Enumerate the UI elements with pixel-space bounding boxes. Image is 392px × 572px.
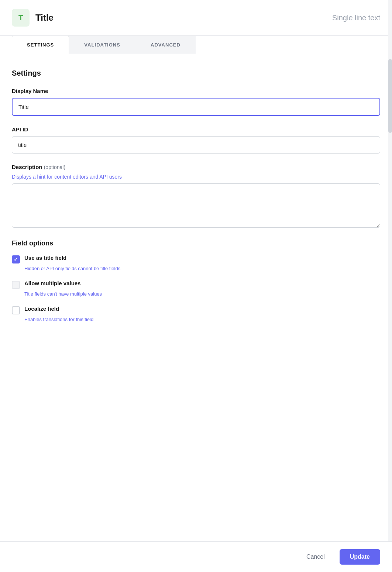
api-id-group: API ID bbox=[12, 126, 380, 154]
footer: Cancel Update bbox=[0, 541, 392, 572]
description-label: Description (optional) bbox=[12, 164, 380, 170]
checkbox-allow-multiple-label: Allow multiple values bbox=[24, 280, 81, 286]
field-type: Single line text bbox=[332, 14, 380, 22]
field-icon: T bbox=[12, 9, 30, 27]
checkbox-localize-group: Localize field Enables translations for … bbox=[12, 306, 380, 322]
description-group: Description (optional) Displays a hint f… bbox=[12, 164, 380, 229]
checkbox-allow-multiple-item: Allow multiple values bbox=[12, 280, 380, 289]
header: T Title Single line text bbox=[0, 0, 392, 36]
api-id-label: API ID bbox=[12, 126, 380, 132]
checkbox-use-as-title-item: Use as title field bbox=[12, 255, 380, 263]
settings-content: Settings Display Name API ID Description… bbox=[0, 54, 392, 346]
header-left: T Title bbox=[12, 9, 54, 27]
tab-advanced[interactable]: ADVANCED bbox=[135, 36, 196, 54]
checkbox-allow-multiple[interactable] bbox=[12, 281, 20, 289]
description-hint: Displays a hint for content editors and … bbox=[12, 174, 380, 180]
tab-validations[interactable]: VALIDATIONS bbox=[69, 36, 135, 54]
field-options-title: Field options bbox=[12, 240, 380, 247]
update-button[interactable]: Update bbox=[340, 549, 380, 565]
display-name-input[interactable] bbox=[12, 98, 380, 116]
checkbox-localize-item: Localize field bbox=[12, 306, 380, 314]
checkbox-localize[interactable] bbox=[12, 306, 20, 314]
checkbox-use-as-title-description: Hidden or API only fields cannot be titl… bbox=[24, 266, 380, 271]
description-textarea[interactable] bbox=[12, 183, 380, 228]
checkbox-use-as-title[interactable] bbox=[12, 255, 20, 263]
cancel-button[interactable]: Cancel bbox=[299, 550, 332, 564]
checkbox-use-as-title-label: Use as title field bbox=[24, 255, 66, 261]
checkbox-allow-multiple-description: Title fields can't have multiple values bbox=[24, 291, 380, 297]
scrollbar-thumb[interactable] bbox=[388, 59, 392, 133]
api-id-input[interactable] bbox=[12, 136, 380, 154]
tab-settings[interactable]: SETTINGS bbox=[12, 36, 69, 54]
checkbox-allow-multiple-group: Allow multiple values Title fields can't… bbox=[12, 280, 380, 297]
checkbox-localize-label: Localize field bbox=[24, 306, 59, 312]
scrollbar-track bbox=[388, 0, 392, 572]
tabs-bar: SETTINGS VALIDATIONS ADVANCED bbox=[0, 36, 392, 54]
description-optional: (optional) bbox=[44, 164, 65, 170]
display-name-label: Display Name bbox=[12, 88, 380, 94]
checkbox-use-as-title-group: Use as title field Hidden or API only fi… bbox=[12, 255, 380, 271]
display-name-group: Display Name bbox=[12, 88, 380, 116]
field-title: Title bbox=[35, 13, 54, 23]
checkbox-localize-description: Enables translations for this field bbox=[24, 317, 380, 322]
settings-section-title: Settings bbox=[12, 69, 380, 77]
